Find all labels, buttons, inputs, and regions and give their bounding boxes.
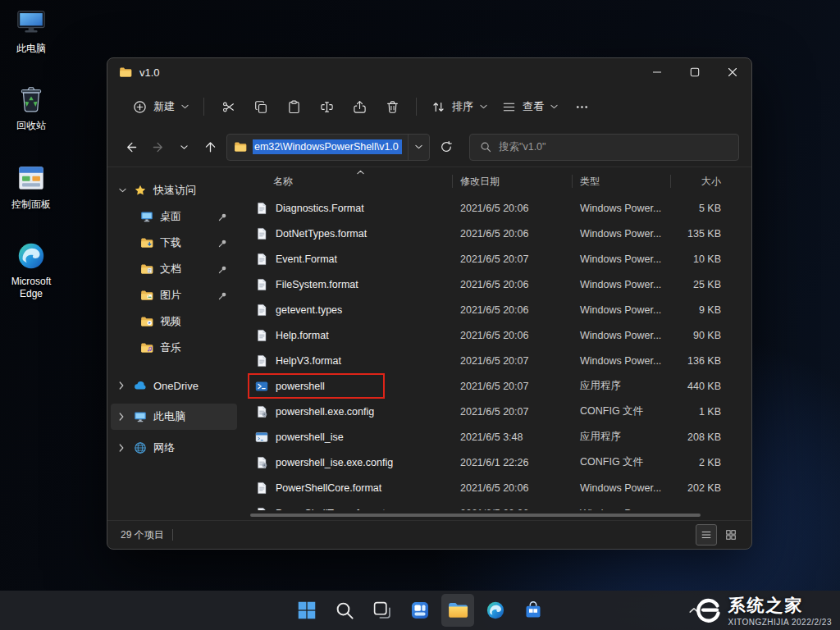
file-name: powershell	[276, 381, 325, 392]
new-button[interactable]: 新建	[126, 94, 196, 120]
address-bar[interactable]: em32\WindowsPowerShell\v1.0	[226, 134, 430, 161]
desktop-icon-this-pc[interactable]: 此电脑	[1, 7, 62, 55]
onedrive-cloud-icon	[134, 379, 147, 392]
column-header-name[interactable]: 名称	[245, 167, 452, 195]
desktop-icon-recycle-bin[interactable]: 回收站	[1, 82, 62, 132]
file-row-clipped[interactable]: PowerShellTrace.format 2021/6/5 20:06 Wi…	[245, 500, 751, 510]
file-explorer-button[interactable]	[441, 594, 474, 627]
copy-icon	[254, 100, 268, 114]
file-list-pane: 名称 修改日期 类型 大小 Diagnostics.Format 2021/6/…	[240, 167, 751, 520]
delete-button[interactable]	[378, 93, 406, 121]
widgets-icon	[410, 600, 430, 620]
sidebar-item-videos[interactable]: 视频	[111, 308, 237, 335]
sidebar-item-pictures[interactable]: 图片	[111, 282, 237, 308]
sidebar-quick-access[interactable]: 快速访问	[111, 177, 237, 203]
sidebar-item-music[interactable]: 音乐	[111, 335, 237, 361]
history-dropdown-button[interactable]	[171, 135, 196, 159]
column-header-date[interactable]: 修改日期	[452, 167, 572, 195]
sidebar-item-downloads[interactable]: 下载	[111, 230, 237, 256]
file-size: 440 KB	[670, 381, 741, 392]
details-view-button[interactable]	[696, 524, 717, 546]
new-button-label: 新建	[153, 99, 175, 114]
store-button[interactable]	[517, 594, 550, 627]
downloads-folder-icon	[140, 236, 153, 249]
format-file-icon	[255, 227, 268, 240]
desktop-icon-control-panel[interactable]: 控制面板	[1, 162, 62, 211]
sort-button[interactable]: 排序	[424, 94, 495, 120]
folder-icon	[234, 140, 247, 153]
close-button[interactable]	[714, 58, 751, 86]
maximize-button[interactable]	[676, 58, 714, 86]
cut-button[interactable]	[214, 93, 242, 121]
desktop-icon-edge[interactable]: Microsoft Edge	[1, 241, 62, 300]
sidebar-item-network[interactable]: 网络	[111, 435, 237, 461]
horizontal-scrollbar-thumb[interactable]	[250, 514, 701, 517]
chevron-right-icon[interactable]	[119, 413, 127, 421]
desktop: 此电脑 回收站 控制面板 Microsoft Edge v1.0 新建	[0, 0, 840, 630]
file-row[interactable]: Help.format 2021/6/5 20:06 Windows Power…	[245, 322, 751, 348]
forward-arrow-icon	[151, 140, 165, 154]
copy-button[interactable]	[247, 93, 275, 121]
up-arrow-icon	[203, 140, 217, 154]
window-body: 快速访问 桌面 下载 文档	[107, 167, 751, 520]
column-header-type[interactable]: 类型	[572, 167, 670, 195]
file-size: 208 KB	[670, 431, 741, 443]
powershell-ise-icon	[255, 431, 268, 444]
large-icons-view-button[interactable]	[720, 524, 742, 546]
config-file-icon	[255, 405, 268, 418]
sidebar-item-desktop[interactable]: 桌面	[111, 203, 237, 230]
chevron-down-icon[interactable]	[119, 186, 127, 194]
search-icon	[335, 600, 354, 620]
edge-button[interactable]	[479, 594, 512, 627]
see-more-button[interactable]	[568, 93, 596, 121]
address-path-selected[interactable]: em32\WindowsPowerShell\v1.0	[253, 139, 402, 154]
refresh-button[interactable]	[432, 135, 460, 160]
file-row[interactable]: Diagnostics.Format 2021/6/5 20:06 Window…	[245, 195, 751, 221]
edge-icon	[16, 241, 46, 271]
file-row[interactable]: powershell_ise 2021/6/5 3:48 应用程序 208 KB	[245, 424, 751, 450]
up-button[interactable]	[198, 135, 222, 159]
watermark: 系统之家 XITONGZHIJIA 2022/2/23	[694, 594, 832, 627]
sidebar-item-label: 图片	[160, 288, 181, 303]
paste-button[interactable]	[280, 93, 308, 121]
desktop-folder-icon	[140, 210, 153, 223]
file-row-powershell[interactable]: powershell 2021/6/5 20:07 应用程序 440 KB	[245, 373, 751, 399]
search-box[interactable]: 搜索"v1.0"	[469, 134, 739, 161]
back-button[interactable]	[119, 135, 144, 159]
view-button[interactable]: 查看	[495, 94, 565, 120]
minimize-button[interactable]	[638, 58, 676, 86]
taskbar-search-button[interactable]	[328, 594, 361, 627]
start-button[interactable]	[290, 594, 323, 627]
rename-button[interactable]	[313, 93, 340, 121]
file-row[interactable]: Event.Format 2021/6/5 20:07 Windows Powe…	[245, 246, 751, 272]
task-view-button[interactable]	[366, 594, 399, 627]
file-row[interactable]: HelpV3.format 2021/6/5 20:07 Windows Pow…	[245, 348, 751, 373]
sidebar-item-this-pc[interactable]: 此电脑	[111, 404, 237, 430]
sidebar-item-documents[interactable]: 文档	[111, 256, 237, 282]
file-row[interactable]: powershell_ise.exe.config 2021/6/1 22:26…	[245, 450, 751, 475]
file-row[interactable]: getevent.types 2021/6/5 20:06 Windows Po…	[245, 297, 751, 322]
pin-icon	[218, 265, 227, 274]
explorer-window: v1.0 新建 排序	[107, 57, 752, 550]
file-row[interactable]: PowerShellCore.format 2021/6/5 20:06 Win…	[245, 475, 751, 500]
sidebar-item-onedrive[interactable]: OneDrive	[111, 372, 237, 399]
chevron-right-icon[interactable]	[119, 444, 127, 452]
address-dropdown-button[interactable]	[408, 135, 429, 160]
file-type: CONFIG 文件	[572, 404, 670, 418]
file-row[interactable]: FileSystem.format 2021/6/5 20:06 Windows…	[245, 272, 751, 297]
file-row[interactable]: DotNetTypes.format 2021/6/5 20:06 Window…	[245, 221, 751, 246]
file-row[interactable]: powershell.exe.config 2021/6/5 20:07 CON…	[245, 399, 751, 424]
forward-button[interactable]	[145, 135, 170, 159]
file-size: 90 KB	[670, 330, 741, 341]
this-pc-icon	[16, 7, 47, 38]
file-size: 202 KB	[670, 482, 741, 494]
widgets-button[interactable]	[404, 594, 436, 627]
share-button[interactable]	[345, 93, 373, 121]
titlebar[interactable]: v1.0	[107, 58, 751, 86]
column-header-size[interactable]: 大小	[670, 167, 741, 195]
file-type: Windows Power...	[572, 482, 670, 494]
chevron-right-icon[interactable]	[119, 381, 127, 390]
file-type: 应用程序	[572, 379, 670, 393]
sidebar-item-label: 此电脑	[153, 409, 185, 424]
maximize-icon	[690, 67, 700, 77]
